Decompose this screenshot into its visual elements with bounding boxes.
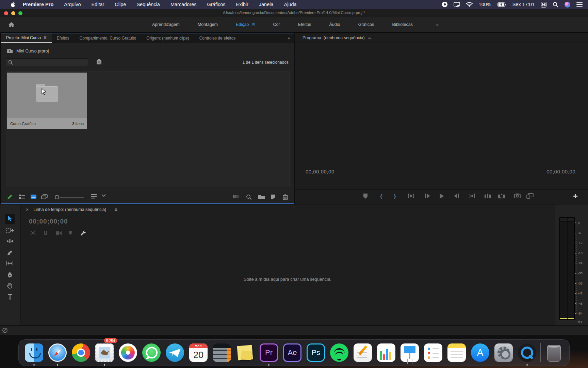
export-frame-button[interactable]: [514, 193, 521, 198]
search-field[interactable]: [6, 58, 88, 66]
dock-item-photoshop[interactable]: Ps: [306, 339, 326, 366]
dock-item-settings[interactable]: [493, 339, 514, 366]
dock-item-safari[interactable]: [47, 339, 68, 366]
wifi-icon[interactable]: [466, 2, 473, 7]
panel-tab-efeitos[interactable]: Efeitos: [52, 33, 75, 43]
dock-item-stickies[interactable]: [235, 339, 256, 366]
dock-item-quicktime[interactable]: [517, 339, 537, 366]
apple-menu-icon[interactable]: [10, 1, 15, 7]
dock-item-notes[interactable]: [446, 339, 467, 366]
chevron-down-icon[interactable]: [102, 194, 106, 197]
freeform-view-button[interactable]: [41, 194, 48, 199]
menubar-menu-exibir[interactable]: Exibir: [236, 2, 248, 7]
screen-recording-icon[interactable]: [442, 2, 447, 7]
new-item-button[interactable]: [271, 194, 277, 200]
dock-item-numbers[interactable]: [376, 339, 396, 366]
razor-tool[interactable]: [5, 247, 15, 258]
dock-item-pages[interactable]: [353, 339, 373, 366]
home-icon[interactable]: [8, 22, 15, 28]
mark-out-button[interactable]: }: [394, 193, 396, 200]
dock-item-reminders[interactable]: [423, 339, 443, 366]
panel-tab-controles-de-efeitos[interactable]: Controles de efeitos: [194, 33, 241, 43]
button-editor-plus[interactable]: +: [573, 192, 578, 200]
menubar-menu-janela[interactable]: Janela: [259, 2, 274, 7]
menubar-menu-ajuda[interactable]: Ajuda: [284, 2, 296, 7]
menubar-menu-gráficos[interactable]: Gráficos: [207, 2, 225, 7]
workspace-tab-efeitos[interactable]: Efeitos: [298, 22, 311, 27]
bin-content-area[interactable]: Curso Gratúito 3 itens: [6, 72, 290, 186]
dock-item-whatsapp[interactable]: [141, 339, 162, 366]
spotlight-icon[interactable]: [553, 2, 558, 7]
dock-item-trash[interactable]: [544, 339, 564, 366]
siri-icon[interactable]: [565, 2, 570, 7]
dock-item-mail[interactable]: 5.254: [94, 339, 115, 366]
dock-item-keynote[interactable]: [399, 339, 420, 366]
zoom-slider-knob[interactable]: [55, 195, 59, 199]
menubar-menu-marcadores[interactable]: Marcadores: [170, 2, 197, 7]
program-panel-title[interactable]: Programa: (nenhuma sequência): [303, 35, 365, 40]
panel-menu-icon[interactable]: [114, 206, 117, 213]
breadcrumb[interactable]: Mini Curso.prproj: [6, 48, 49, 53]
clear-button[interactable]: [283, 194, 288, 200]
workspace-tab-aprendizagem[interactable]: Aprendizagem: [152, 22, 180, 27]
workspace-tab-áudio[interactable]: Áudio: [329, 22, 340, 27]
workspace-menu-icon[interactable]: [252, 22, 255, 27]
display-mirroring-icon[interactable]: [454, 2, 460, 7]
workspace-overflow-button[interactable]: »: [436, 22, 439, 27]
menubar-menu-arquivo[interactable]: Arquivo: [64, 2, 81, 7]
play-button[interactable]: [439, 193, 444, 199]
zoom-slider[interactable]: [60, 197, 84, 198]
close-panel-icon[interactable]: [26, 206, 29, 213]
go-to-out-button[interactable]: [468, 193, 475, 199]
dock-item-finder[interactable]: [24, 339, 44, 366]
panel-tab-compartimento[interactable]: Compartimento: Curso Gratúito: [75, 33, 142, 43]
menubar-menu-clipe[interactable]: Clipe: [115, 2, 126, 7]
step-forward-button[interactable]: [454, 193, 459, 199]
menubar-clock[interactable]: Sex 17:01: [512, 2, 535, 7]
workspace-tab-montagem[interactable]: Montagem: [198, 22, 218, 27]
menubar-menu-sequência[interactable]: Sequência: [136, 2, 160, 7]
timeline-empty-message[interactable]: Solte a mídia aqui para criar uma sequên…: [20, 277, 555, 282]
sort-icons-button[interactable]: [91, 194, 97, 199]
dock-item-calendar[interactable]: MAR20: [188, 339, 209, 366]
list-view-button[interactable]: [19, 194, 25, 199]
add-marker-icon[interactable]: [68, 230, 72, 235]
ripple-edit-tool[interactable]: [5, 236, 15, 246]
workspace-tab-gráficos[interactable]: Gráficos: [358, 22, 374, 27]
timeline-title[interactable]: Linha de tempo: (nenhuma sequência): [33, 207, 106, 212]
panel-tabs-overflow-button[interactable]: »: [283, 33, 294, 43]
dock-item-aftereffects[interactable]: Ae: [282, 339, 303, 366]
bin-item-curso-gratuito[interactable]: Curso Gratúito 3 itens: [7, 73, 87, 129]
timeline-timecode[interactable]: 00;00;00;00: [29, 218, 68, 225]
lift-button[interactable]: [484, 193, 491, 199]
menubar-app-name[interactable]: Premiere Pro: [23, 2, 53, 7]
search-bin-button[interactable]: [96, 59, 102, 65]
program-timecode-current[interactable]: 00;00;00;00: [306, 169, 334, 174]
sync-status-icon[interactable]: [2, 327, 8, 333]
insert-overwrite-icon[interactable]: [30, 230, 37, 236]
workspace-tab-cor[interactable]: Cor: [273, 22, 280, 27]
find-button[interactable]: [246, 194, 252, 200]
panel-menu-icon[interactable]: [368, 35, 371, 41]
dock-item-spotify[interactable]: [329, 339, 349, 366]
dock-item-appstore[interactable]: A: [470, 339, 490, 366]
panel-menu-icon[interactable]: [44, 35, 47, 40]
mark-in-button[interactable]: {: [380, 193, 382, 200]
comparison-view-button[interactable]: [526, 193, 534, 199]
type-tool[interactable]: [5, 291, 15, 302]
timeline-settings-icon[interactable]: [80, 230, 86, 236]
bin-thumbnail[interactable]: [7, 73, 87, 118]
slip-tool[interactable]: [5, 258, 15, 269]
dock-item-calculator[interactable]: [212, 339, 232, 366]
workspace-tab-bibliotecas[interactable]: Bibliotecas: [392, 22, 413, 27]
snap-magnet-icon[interactable]: [43, 230, 48, 236]
selection-tool[interactable]: [5, 214, 15, 224]
dock-item-chrome[interactable]: [71, 339, 91, 366]
panel-tab-projeto[interactable]: Projeto: Mini Curso: [1, 33, 52, 43]
track-select-tool[interactable]: [5, 225, 15, 235]
go-to-in-button[interactable]: [408, 193, 415, 199]
battery-charging-icon[interactable]: [497, 2, 506, 7]
icon-view-button[interactable]: [30, 194, 37, 199]
step-back-button[interactable]: [425, 193, 430, 199]
automate-to-sequence-button[interactable]: [233, 194, 240, 199]
